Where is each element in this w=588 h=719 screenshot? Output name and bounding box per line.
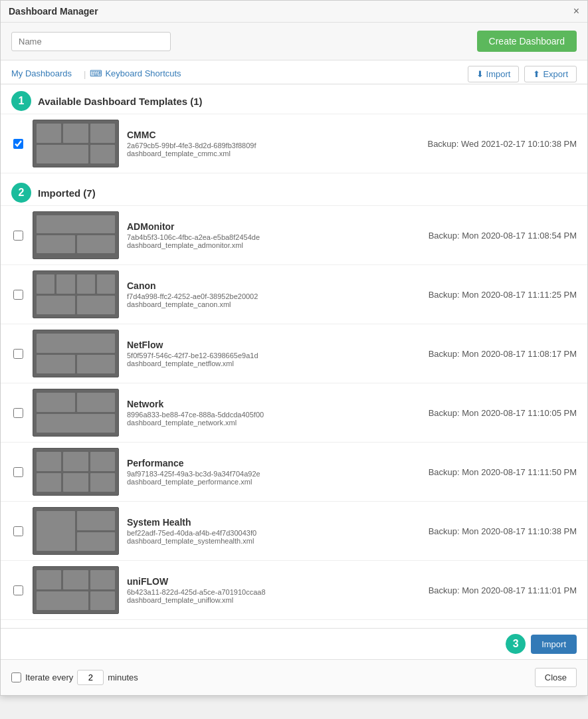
table-row: Canon f7d4a998-ffc2-4252-ae0f-38952be200…	[1, 264, 587, 324]
uniflow-file: dashboard_template_uniflow.xml	[127, 596, 421, 604]
tabs-left: My Dashboards | ⌨ Keyboard Shortcuts	[11, 64, 189, 84]
table-row: ADMonitor 7ab4b5f3-106c-4fbc-a2ea-e5ba8f…	[1, 205, 587, 264]
import-footer-badge: 3	[506, 634, 526, 654]
export-button[interactable]: ⬆ Export	[524, 66, 577, 82]
toolbar: Create Dashboard	[1, 23, 587, 60]
canon-checkbox[interactable]	[13, 290, 23, 300]
canon-backup: Backup: Mon 2020-08-17 11:11:25 PM	[429, 290, 577, 300]
systemhealth-backup: Backup: Mon 2020-08-17 11:10:38 PM	[429, 526, 577, 536]
checkbox-wrap	[11, 139, 25, 149]
tabs-right: ⬇ Import ⬆ Export	[468, 66, 577, 82]
systemhealth-checkbox[interactable]	[13, 526, 23, 536]
available-badge: 1	[11, 91, 31, 111]
iterate-checkbox[interactable]	[11, 672, 21, 682]
admonitor-file: dashboard_template_admonitor.xml	[127, 241, 421, 249]
cmmc-thumbnail	[33, 120, 119, 167]
canon-name: Canon	[127, 280, 421, 291]
tab-my-dashboards[interactable]: My Dashboards	[11, 64, 80, 84]
systemhealth-thumbnail	[33, 507, 119, 555]
admonitor-checkbox[interactable]	[13, 231, 23, 241]
canon-thumbnail	[33, 270, 119, 318]
table-row: Performance 9af97183-425f-49a3-bc3d-9a34…	[1, 442, 587, 501]
cmmc-info: CMMC 2a679cb5-99bf-4fe3-8d2d-689fb3f8809…	[127, 130, 419, 157]
netflow-info: NetFlow 5f0f597f-546c-42f7-be12-6398665e…	[127, 340, 421, 367]
import-footer: 3 Import	[1, 628, 587, 659]
performance-file: dashboard_template_performance.xml	[127, 478, 421, 486]
systemhealth-file: dashboard_template_systemhealth.xml	[127, 537, 421, 545]
close-modal-button[interactable]: Close	[535, 668, 577, 687]
netflow-name: NetFlow	[127, 340, 421, 350]
systemhealth-info: System Health bef22adf-75ed-40da-af4b-e4…	[127, 517, 421, 545]
table-row: NetFlow 5f0f597f-546c-42f7-be12-6398665e…	[1, 324, 587, 383]
cmmc-id: 2a679cb5-99bf-4fe3-8d2d-689fb3f8809f	[127, 142, 419, 150]
import-icon: ⬇	[476, 69, 484, 79]
netflow-checkbox[interactable]	[13, 349, 23, 359]
netflow-id: 5f0f597f-546c-42f7-be12-6398665e9a1d	[127, 352, 421, 360]
table-row: Network 8996a833-be88-47ce-888a-5ddcda40…	[1, 383, 587, 442]
performance-checkbox[interactable]	[13, 467, 23, 477]
uniflow-info: uniFLOW 6b423a11-822d-425d-a5ce-a701910c…	[127, 576, 421, 604]
cmmc-checkbox[interactable]	[13, 139, 23, 149]
network-thumbnail	[33, 389, 119, 437]
cmmc-name: CMMC	[127, 130, 419, 140]
imported-badge: 2	[11, 183, 31, 203]
table-row: System Health bef22adf-75ed-40da-af4b-e4…	[1, 501, 587, 560]
tab-keyboard-shortcuts[interactable]: ⌨ Keyboard Shortcuts	[90, 64, 189, 84]
bottom-bar: Iterate every minutes Close	[1, 659, 587, 695]
close-icon[interactable]: ×	[573, 6, 579, 17]
netflow-thumbnail	[33, 330, 119, 377]
admonitor-thumbnail	[33, 211, 119, 259]
iterate-wrap: Iterate every minutes	[11, 670, 138, 685]
uniflow-backup: Backup: Mon 2020-08-17 11:11:01 PM	[429, 585, 577, 595]
cmmc-file: dashboard_template_cmmc.xml	[127, 150, 419, 157]
table-row: uniFLOW 6b423a11-822d-425d-a5ce-a701910c…	[1, 560, 587, 620]
uniflow-name: uniFLOW	[127, 576, 421, 587]
admonitor-info: ADMonitor 7ab4b5f3-106c-4fbc-a2ea-e5ba8f…	[127, 221, 421, 249]
network-checkbox[interactable]	[13, 408, 23, 418]
keyboard-icon: ⌨	[90, 68, 102, 78]
imported-section: 2 Imported (7) ADMonitor	[1, 173, 587, 620]
export-icon: ⬆	[533, 69, 540, 79]
imported-section-title: Imported (7)	[38, 187, 96, 199]
available-section-title: Available Dashboard Templates (1)	[38, 96, 203, 107]
admonitor-name: ADMonitor	[127, 221, 421, 232]
performance-id: 9af97183-425f-49a3-bc3d-9a34f704a92e	[127, 470, 421, 478]
systemhealth-name: System Health	[127, 517, 421, 528]
uniflow-id: 6b423a11-822d-425d-a5ce-a701910ccaa8	[127, 588, 421, 596]
available-section: 1 Available Dashboard Templates (1)	[1, 84, 587, 173]
network-info: Network 8996a833-be88-47ce-888a-5ddcda40…	[127, 399, 421, 427]
content-area: 1 Available Dashboard Templates (1)	[1, 84, 587, 628]
table-row: CMMC 2a679cb5-99bf-4fe3-8d2d-689fb3f8809…	[1, 114, 587, 173]
admonitor-backup: Backup: Mon 2020-08-17 11:08:54 PM	[429, 231, 577, 241]
network-id: 8996a833-be88-47ce-888a-5ddcda405f00	[127, 411, 421, 419]
iterate-input[interactable]	[77, 670, 104, 685]
network-file: dashboard_template_network.xml	[127, 419, 421, 427]
network-name: Network	[127, 399, 421, 409]
canon-info: Canon f7d4a998-ffc2-4252-ae0f-38952be200…	[127, 280, 421, 308]
netflow-file: dashboard_template_netflow.xml	[127, 360, 421, 367]
performance-backup: Backup: Mon 2020-08-17 11:11:50 PM	[429, 467, 577, 477]
uniflow-thumbnail	[33, 566, 119, 614]
canon-file: dashboard_template_canon.xml	[127, 300, 421, 308]
name-input[interactable]	[11, 32, 171, 51]
uniflow-checkbox[interactable]	[13, 585, 23, 595]
canon-id: f7d4a998-ffc2-4252-ae0f-38952be20002	[127, 292, 421, 300]
performance-info: Performance 9af97183-425f-49a3-bc3d-9a34…	[127, 458, 421, 486]
modal-header: Dashboard Manager ×	[1, 1, 587, 23]
footer-import-button[interactable]: Import	[531, 635, 577, 654]
admonitor-id: 7ab4b5f3-106c-4fbc-a2ea-e5ba8f2454de	[127, 233, 421, 241]
performance-thumbnail	[33, 448, 119, 496]
iterate-label: Iterate every	[25, 672, 73, 682]
systemhealth-id: bef22adf-75ed-40da-af4b-e4f7d30043f0	[127, 529, 421, 537]
tabs-bar: My Dashboards | ⌨ Keyboard Shortcuts ⬇ I…	[1, 60, 587, 84]
netflow-backup: Backup: Mon 2020-08-17 11:08:17 PM	[429, 349, 577, 359]
import-button[interactable]: ⬇ Import	[468, 66, 520, 82]
performance-name: Performance	[127, 458, 421, 468]
create-dashboard-button[interactable]: Create Dashboard	[477, 31, 577, 52]
network-backup: Backup: Mon 2020-08-17 11:10:05 PM	[429, 408, 577, 418]
cmmc-backup: Backup: Wed 2021-02-17 10:10:38 PM	[427, 139, 577, 149]
iterate-unit: minutes	[108, 672, 138, 682]
dashboard-manager-modal: Dashboard Manager × Create Dashboard My …	[0, 0, 588, 696]
modal-title: Dashboard Manager	[9, 6, 98, 17]
